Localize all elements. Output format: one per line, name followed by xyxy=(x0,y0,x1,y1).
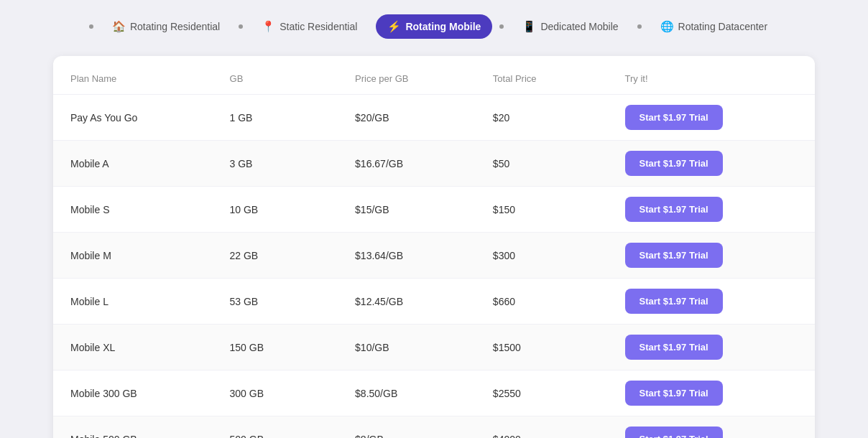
trial-button[interactable]: Start $1.97 Trial xyxy=(625,381,723,406)
tab-rotating-residential[interactable]: 🏠 Rotating Residential xyxy=(101,14,231,39)
table-row: Pay As You Go1 GB$20/GB$20Start $1.97 Tr… xyxy=(53,95,815,141)
trial-button[interactable]: Start $1.97 Trial xyxy=(625,105,723,130)
col-plan-name: Plan Name xyxy=(53,63,213,95)
cell-gb: 300 GB xyxy=(213,371,338,416)
cell-total-price: $300 xyxy=(476,233,608,279)
table-header-row: Plan Name GB Price per GB Total Price Tr… xyxy=(53,63,815,95)
cell-plan-name: Mobile S xyxy=(53,187,213,233)
cell-gb: 1 GB xyxy=(213,95,338,141)
cell-try-it: Start $1.97 Trial xyxy=(608,187,815,233)
tab-rotating-datacenter[interactable]: 🌐 Rotating Datacenter xyxy=(649,14,780,39)
cell-price-per-gb: $8/GB xyxy=(338,416,476,439)
cell-total-price: $50 xyxy=(476,141,608,187)
cell-plan-name: Mobile L xyxy=(53,279,213,325)
cell-gb: 53 GB xyxy=(213,279,338,325)
tab-rotating-mobile[interactable]: ⚡ Rotating Mobile xyxy=(376,14,492,39)
table-row: Mobile 300 GB300 GB$8.50/GB$2550Start $1… xyxy=(53,371,815,416)
col-total-price: Total Price xyxy=(476,63,608,95)
pricing-table-container: Plan Name GB Price per GB Total Price Tr… xyxy=(53,56,815,438)
cell-gb: 500 GB xyxy=(213,416,338,439)
col-price-per-gb: Price per GB xyxy=(338,63,476,95)
cell-try-it: Start $1.97 Trial xyxy=(608,279,815,325)
trial-button[interactable]: Start $1.97 Trial xyxy=(625,427,723,438)
cell-total-price: $660 xyxy=(476,279,608,325)
tab-static-residential[interactable]: 📍 Static Residential xyxy=(250,14,369,39)
nav-dot-3 xyxy=(499,24,504,29)
cell-price-per-gb: $15/GB xyxy=(338,187,476,233)
tab-static-residential-label: Static Residential xyxy=(280,21,357,32)
table-row: Mobile L53 GB$12.45/GB$660Start $1.97 Tr… xyxy=(53,279,815,325)
table-row: Mobile A3 GB$16.67/GB$50Start $1.97 Tria… xyxy=(53,141,815,187)
trial-button[interactable]: Start $1.97 Trial xyxy=(625,243,723,268)
trial-button[interactable]: Start $1.97 Trial xyxy=(625,197,723,222)
nav-dot-4 xyxy=(637,24,642,29)
cell-price-per-gb: $12.45/GB xyxy=(338,279,476,325)
home-icon: 🏠 xyxy=(112,20,126,33)
col-gb: GB xyxy=(213,63,338,95)
cell-price-per-gb: $10/GB xyxy=(338,325,476,371)
trial-button[interactable]: Start $1.97 Trial xyxy=(625,335,723,360)
cell-try-it: Start $1.97 Trial xyxy=(608,416,815,439)
cell-plan-name: Pay As You Go xyxy=(53,95,213,141)
table-row: Mobile M22 GB$13.64/GB$300Start $1.97 Tr… xyxy=(53,233,815,279)
cell-price-per-gb: $16.67/GB xyxy=(338,141,476,187)
cell-gb: 22 GB xyxy=(213,233,338,279)
pricing-table: Plan Name GB Price per GB Total Price Tr… xyxy=(53,63,815,438)
nav-dot-2 xyxy=(239,24,243,29)
trial-button[interactable]: Start $1.97 Trial xyxy=(625,289,723,314)
cell-gb: 3 GB xyxy=(213,141,338,187)
pin-icon: 📍 xyxy=(262,20,275,33)
cell-plan-name: Mobile M xyxy=(53,233,213,279)
cell-plan-name: Mobile XL xyxy=(53,325,213,371)
nav-bar: 🏠 Rotating Residential 📍 Static Resident… xyxy=(89,14,779,39)
tab-rotating-residential-label: Rotating Residential xyxy=(130,21,220,32)
cell-try-it: Start $1.97 Trial xyxy=(608,141,815,187)
globe-icon: 🌐 xyxy=(660,20,674,33)
cell-price-per-gb: $13.64/GB xyxy=(338,233,476,279)
table-row: Mobile XL150 GB$10/GB$1500Start $1.97 Tr… xyxy=(53,325,815,371)
cell-total-price: $1500 xyxy=(476,325,608,371)
cell-plan-name: Mobile 500 GB xyxy=(53,416,213,439)
cell-total-price: $4000 xyxy=(476,416,608,439)
cell-total-price: $2550 xyxy=(476,371,608,416)
col-try-it: Try it! xyxy=(608,63,815,95)
cell-try-it: Start $1.97 Trial xyxy=(608,325,815,371)
trial-button[interactable]: Start $1.97 Trial xyxy=(625,151,723,176)
cell-try-it: Start $1.97 Trial xyxy=(608,95,815,141)
nav-dot-1 xyxy=(89,24,93,29)
cell-gb: 10 GB xyxy=(213,187,338,233)
cell-total-price: $20 xyxy=(476,95,608,141)
table-row: Mobile S10 GB$15/GB$150Start $1.97 Trial xyxy=(53,187,815,233)
cell-plan-name: Mobile 300 GB xyxy=(53,371,213,416)
tab-dedicated-mobile-label: Dedicated Mobile xyxy=(540,21,618,32)
tab-dedicated-mobile[interactable]: 📱 Dedicated Mobile xyxy=(511,14,629,39)
table-row: Mobile 500 GB500 GB$8/GB$4000Start $1.97… xyxy=(53,416,815,439)
cell-try-it: Start $1.97 Trial xyxy=(608,371,815,416)
tab-rotating-datacenter-label: Rotating Datacenter xyxy=(678,21,768,32)
cell-plan-name: Mobile A xyxy=(53,141,213,187)
tab-rotating-mobile-label: Rotating Mobile xyxy=(405,21,481,32)
cell-price-per-gb: $20/GB xyxy=(338,95,476,141)
cell-try-it: Start $1.97 Trial xyxy=(608,233,815,279)
cell-total-price: $150 xyxy=(476,187,608,233)
cell-price-per-gb: $8.50/GB xyxy=(338,371,476,416)
cell-gb: 150 GB xyxy=(213,325,338,371)
lightning-icon: ⚡ xyxy=(387,20,401,33)
mobile-icon: 📱 xyxy=(522,20,536,33)
